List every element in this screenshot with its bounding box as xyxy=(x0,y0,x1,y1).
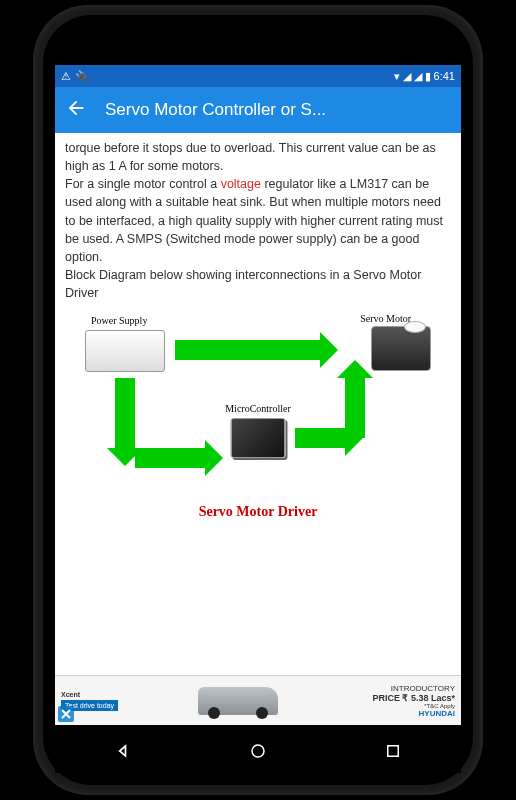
label-power-supply: Power Supply xyxy=(91,314,147,329)
phone-inner: ⚠ 🔌 ▾ ◢ ◢ ▮ 6:41 Servo Motor Controller … xyxy=(43,15,473,785)
ad-intro-label: INTRODUCTORY xyxy=(351,684,455,693)
label-servo-motor: Servo Motor xyxy=(360,312,411,327)
arrow-mc-to-servo-v xyxy=(345,378,365,438)
android-nav-bar xyxy=(55,729,461,773)
page-title: Servo Motor Controller or S... xyxy=(105,100,451,120)
car-icon xyxy=(198,687,278,715)
ad-right: INTRODUCTORY PRICE ₹ 5.38 Lacs* *T&C App… xyxy=(351,684,461,718)
screen: ⚠ 🔌 ▾ ◢ ◢ ▮ 6:41 Servo Motor Controller … xyxy=(55,65,461,725)
app-bar: Servo Motor Controller or S... xyxy=(55,87,461,133)
ad-banner[interactable]: Xcent Test drive today INTRODUCTORY PRIC… xyxy=(55,675,461,725)
svg-point-0 xyxy=(252,745,264,757)
ad-brand-top: Xcent xyxy=(61,691,125,698)
arrow-ps-to-mc-h: .arrow-ps-to-mc-h::after{} xyxy=(135,448,205,468)
voltage-link[interactable]: voltage xyxy=(221,177,261,191)
status-left-icons: ⚠ 🔌 xyxy=(61,70,89,83)
microcontroller-box xyxy=(231,418,286,458)
back-button[interactable] xyxy=(65,97,87,123)
paragraph-1: torque before it stops due to overload. … xyxy=(65,141,436,173)
arrow-mc-to-servo-h xyxy=(295,428,345,448)
block-diagram: Power Supply Servo Motor MicroController… xyxy=(65,308,451,528)
ad-price: PRICE ₹ 5.38 Lacs* xyxy=(351,693,455,703)
battery-icon: ▮ xyxy=(425,70,431,83)
nav-home-button[interactable] xyxy=(245,738,271,764)
arrow-ps-to-mc-v xyxy=(115,378,135,448)
status-time: 6:41 xyxy=(434,70,455,82)
wifi-icon: ▾ xyxy=(394,70,400,83)
warning-icon: ⚠ xyxy=(61,70,71,83)
phone-frame: ⚠ 🔌 ▾ ◢ ◢ ▮ 6:41 Servo Motor Controller … xyxy=(33,5,483,795)
status-bar: ⚠ 🔌 ▾ ◢ ◢ ▮ 6:41 xyxy=(55,65,461,87)
plug-icon: 🔌 xyxy=(75,70,89,83)
power-supply-box xyxy=(85,330,165,372)
signal-icon-2: ◢ xyxy=(414,70,422,83)
status-right-icons: ▾ ◢ ◢ ▮ 6:41 xyxy=(394,70,455,83)
ad-close-button[interactable] xyxy=(58,706,74,722)
article-content[interactable]: torque before it stops due to overload. … xyxy=(55,133,461,675)
servo-motor-box xyxy=(371,326,431,371)
diagram-title: Servo Motor Driver xyxy=(199,502,318,522)
nav-back-button[interactable] xyxy=(110,738,136,764)
arrow-ps-to-servo xyxy=(175,340,320,360)
ad-brand: HYUNDAI xyxy=(351,709,455,718)
paragraph-3: Block Diagram below showing interconnect… xyxy=(65,268,421,300)
ad-car-image xyxy=(125,687,351,715)
nav-recent-button[interactable] xyxy=(380,738,406,764)
svg-rect-1 xyxy=(388,746,399,757)
paragraph-2a: For a single motor control a xyxy=(65,177,221,191)
label-microcontroller: MicroController xyxy=(225,402,291,417)
signal-icon: ◢ xyxy=(403,70,411,83)
